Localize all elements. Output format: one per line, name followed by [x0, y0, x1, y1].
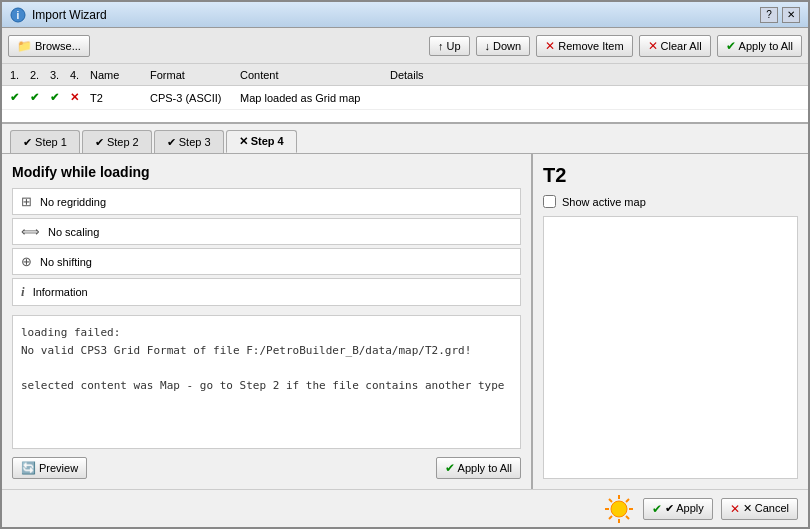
- down-button[interactable]: ↓ Down: [476, 36, 531, 56]
- show-active-map-row: Show active map: [543, 195, 798, 208]
- table-row[interactable]: ✔ ✔ ✔ ✕ T2 CPS-3 (ASCII) Map loaded as G…: [2, 86, 808, 110]
- tab-step1-label: ✔ Step 1: [23, 136, 67, 149]
- no-regridding-item[interactable]: ⊞ No regridding: [12, 188, 521, 215]
- header-format: Format: [150, 69, 240, 81]
- table-header: 1. 2. 3. 4. Name Format Content Details: [2, 64, 808, 86]
- header-col2: 2.: [30, 69, 50, 81]
- clear-icon: ✕: [648, 39, 658, 53]
- header-col4: 4.: [70, 69, 90, 81]
- svg-line-7: [609, 499, 612, 502]
- remove-icon: ✕: [545, 39, 555, 53]
- tab-step1[interactable]: ✔ Step 1: [10, 130, 80, 153]
- apply-all-toolbar-label: Apply to All: [739, 40, 793, 52]
- regrid-icon: ⊞: [21, 194, 32, 209]
- header-details: Details: [390, 69, 490, 81]
- panel-title: Modify while loading: [12, 164, 521, 180]
- title-bar: i Import Wizard ? ✕: [2, 2, 808, 28]
- row-content: Map loaded as Grid map: [240, 92, 390, 104]
- up-button[interactable]: ↑ Up: [429, 36, 470, 56]
- toolbar: 📁 Browse... ↑ Up ↓ Down ✕ Remove Item ✕ …: [2, 28, 808, 64]
- left-bottom: 🔄 Preview ✔ Apply to All: [12, 457, 521, 479]
- row-check1: ✔: [10, 91, 30, 104]
- show-active-map-checkbox[interactable]: [543, 195, 556, 208]
- svg-line-8: [626, 516, 629, 519]
- remove-label: Remove Item: [558, 40, 623, 52]
- title-bar-controls: ? ✕: [760, 7, 800, 23]
- apply-to-all-toolbar-button[interactable]: ✔ Apply to All: [717, 35, 802, 57]
- shifting-icon: ⊕: [21, 254, 32, 269]
- left-panel: Modify while loading ⊞ No regridding ⟺ N…: [2, 154, 533, 489]
- tab-step3-label: ✔ Step 3: [167, 136, 211, 149]
- no-shifting-item[interactable]: ⊕ No shifting: [12, 248, 521, 275]
- right-panel: T2 Show active map: [533, 154, 808, 489]
- header-col1: 1.: [10, 69, 30, 81]
- svg-line-9: [626, 499, 629, 502]
- close-button[interactable]: ✕: [782, 7, 800, 23]
- information-label: Information: [33, 286, 88, 298]
- error-box: loading failed:No valid CPS3 Grid Format…: [12, 315, 521, 449]
- header-content: Content: [240, 69, 390, 81]
- import-wizard-window: i Import Wizard ? ✕ 📁 Browse... ↑ Up ↓ D…: [0, 0, 810, 529]
- cancel-button[interactable]: ✕ ✕ Cancel: [721, 498, 798, 520]
- cancel-icon: ✕: [730, 502, 740, 516]
- clear-all-button[interactable]: ✕ Clear All: [639, 35, 711, 57]
- bottom-bar: ✔ ✔ Apply ✕ ✕ Cancel: [2, 489, 808, 527]
- window-title: Import Wizard: [32, 8, 107, 22]
- apply-all-panel-icon: ✔: [445, 461, 455, 475]
- preview-button[interactable]: 🔄 Preview: [12, 457, 87, 479]
- apply-to-all-panel-button[interactable]: ✔ Apply to All: [436, 457, 521, 479]
- apply-all-panel-label: Apply to All: [458, 462, 512, 474]
- tabs-row: ✔ Step 1 ✔ Step 2 ✔ Step 3 ✕ Step 4: [2, 124, 808, 153]
- row-check4: ✕: [70, 91, 90, 104]
- map-display-area: [543, 216, 798, 479]
- row-check2: ✔: [30, 91, 50, 104]
- show-active-map-label: Show active map: [562, 196, 646, 208]
- no-shifting-label: No shifting: [40, 256, 92, 268]
- apply-icon: ✔: [652, 502, 662, 516]
- tab-step4-label: ✕ Step 4: [239, 135, 284, 148]
- help-button[interactable]: ?: [760, 7, 778, 23]
- tab-step2[interactable]: ✔ Step 2: [82, 130, 152, 153]
- remove-item-button[interactable]: ✕ Remove Item: [536, 35, 632, 57]
- error-text: loading failed:No valid CPS3 Grid Format…: [21, 326, 504, 392]
- browse-label: Browse...: [35, 40, 81, 52]
- svg-point-2: [611, 501, 627, 517]
- apply-button[interactable]: ✔ ✔ Apply: [643, 498, 713, 520]
- row-check3: ✔: [50, 91, 70, 104]
- no-scaling-item[interactable]: ⟺ No scaling: [12, 218, 521, 245]
- up-label: ↑ Up: [438, 40, 461, 52]
- tab-step4[interactable]: ✕ Step 4: [226, 130, 297, 153]
- browse-icon: 📁: [17, 39, 32, 53]
- file-table: 1. 2. 3. 4. Name Format Content Details …: [2, 64, 808, 124]
- scaling-icon: ⟺: [21, 224, 40, 239]
- information-item[interactable]: i Information: [12, 278, 521, 306]
- svg-line-10: [609, 516, 612, 519]
- browse-button[interactable]: 📁 Browse...: [8, 35, 90, 57]
- cancel-label: ✕ Cancel: [743, 502, 789, 515]
- tab-step2-label: ✔ Step 2: [95, 136, 139, 149]
- sun-icon: [603, 493, 635, 525]
- right-title: T2: [543, 164, 798, 187]
- header-col3: 3.: [50, 69, 70, 81]
- header-name: Name: [90, 69, 150, 81]
- down-label: ↓ Down: [485, 40, 522, 52]
- info-icon: i: [21, 284, 25, 300]
- no-regridding-label: No regridding: [40, 196, 106, 208]
- row-name: T2: [90, 92, 150, 104]
- title-bar-left: i Import Wizard: [10, 7, 107, 23]
- window-icon: i: [10, 7, 26, 23]
- apply-all-toolbar-icon: ✔: [726, 39, 736, 53]
- svg-text:i: i: [17, 10, 20, 21]
- row-format: CPS-3 (ASCII): [150, 92, 240, 104]
- no-scaling-label: No scaling: [48, 226, 99, 238]
- apply-label: ✔ Apply: [665, 502, 704, 515]
- tab-step3[interactable]: ✔ Step 3: [154, 130, 224, 153]
- clear-label: Clear All: [661, 40, 702, 52]
- preview-label: Preview: [39, 462, 78, 474]
- preview-icon: 🔄: [21, 461, 36, 475]
- main-content: Modify while loading ⊞ No regridding ⟺ N…: [2, 153, 808, 489]
